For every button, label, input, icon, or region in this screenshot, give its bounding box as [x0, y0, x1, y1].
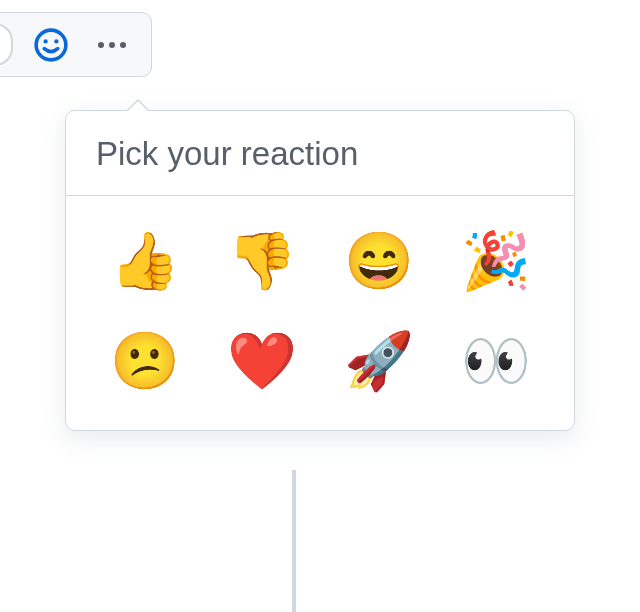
- kebab-icon: [98, 42, 104, 48]
- popover-title: Pick your reaction: [66, 111, 574, 196]
- svg-point-1: [43, 39, 47, 43]
- reaction-confused[interactable]: 😕: [110, 326, 180, 396]
- reaction-thumbs-down[interactable]: 👎: [227, 226, 297, 296]
- reaction-hooray[interactable]: 🎉: [461, 226, 531, 296]
- add-reaction-button[interactable]: [31, 25, 71, 65]
- reactions-grid: 👍 👎 😄 🎉 😕 ❤️ 🚀 👀: [66, 196, 574, 430]
- smiley-icon: [33, 27, 69, 63]
- comment-actions-toolbar: r: [0, 12, 152, 77]
- svg-point-2: [54, 39, 58, 43]
- timeline-connector: [292, 470, 296, 612]
- svg-point-0: [36, 30, 66, 60]
- popover-caret: [126, 99, 150, 111]
- reaction-eyes[interactable]: 👀: [461, 326, 531, 396]
- reaction-heart[interactable]: ❤️: [227, 326, 297, 396]
- reaction-rocket[interactable]: 🚀: [344, 326, 414, 396]
- kebab-icon: [120, 42, 126, 48]
- truncated-pill[interactable]: r: [0, 23, 13, 66]
- reaction-thumbs-up[interactable]: 👍: [110, 226, 180, 296]
- reaction-laugh[interactable]: 😄: [344, 226, 414, 296]
- reaction-picker-popover: Pick your reaction 👍 👎 😄 🎉 😕 ❤️ 🚀 👀: [65, 110, 575, 431]
- kebab-icon: [109, 42, 115, 48]
- more-actions-button[interactable]: [89, 25, 135, 65]
